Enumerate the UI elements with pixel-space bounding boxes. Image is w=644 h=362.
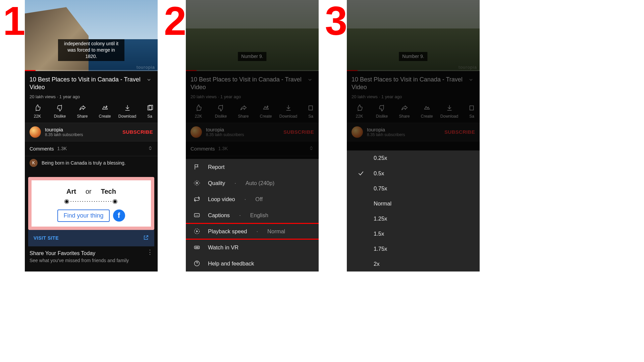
channel-watermark: touropia [459,65,477,70]
action-bar: 22K Dislike Share Create Download Sa [25,104,158,123]
closed-caption: Number 9. [399,52,427,61]
svg-rect-11 [470,106,473,110]
speed-option-1-5x[interactable]: 1.5x [347,226,480,241]
subscribe-button[interactable]: SUBSCRIBE [122,129,153,135]
loop-icon [194,196,200,202]
check-icon [357,170,365,177]
video-player[interactable]: independent colony until it was forced t… [25,0,158,71]
menu-label: Quality [208,180,225,186]
ad-secondary-headline: Share Your Favorites Today [30,250,144,256]
expand-description-button[interactable] [145,76,153,84]
player-options-sheet: Report Quality · Auto (240p) Loop video … [186,159,319,272]
speed-option-0-5x[interactable]: 0.5x [347,166,480,181]
thumbs-up-icon [34,104,41,112]
save-icon [146,104,154,112]
create-button[interactable]: Create [94,104,116,119]
commenter-avatar: K [30,159,38,167]
speed-label: 0.25x [374,155,387,161]
video-progress-bar [186,70,319,71]
channel-row[interactable]: touropia 8.35 lakh subscribers SUBSCRIBE [25,123,158,141]
comments-label: Comments [30,146,54,152]
speed-label: 1.75x [374,246,387,252]
create-icon [101,104,109,112]
closed-caption: independent colony until it was forced t… [58,39,124,61]
svg-rect-4 [195,214,200,217]
highlight-bottom-border [186,239,319,240]
menu-item-captions[interactable]: Captions · English [186,207,319,223]
save-button[interactable]: Sa [139,104,158,119]
step-number-2: 2 [161,0,186,39]
comments-header[interactable]: Comments 1.3K [25,141,158,156]
video-title: 10 Best Places to Visit in Canada - Trav… [191,76,303,92]
share-icon [79,104,86,112]
speed-option-normal[interactable]: Normal [347,196,480,211]
menu-item-report[interactable]: Report [186,159,319,175]
speed-label: Normal [374,200,391,207]
help-icon [194,260,200,267]
phone-screenshot-2: Number 9. 10 Best Places to Visit in Can… [186,0,319,272]
speed-label: 1.25x [374,216,387,222]
expand-description-button [306,76,314,84]
menu-item-playback-speed[interactable]: Playback speed · Normal [186,223,319,239]
menu-label: Captions [208,212,230,219]
like-button[interactable]: 22K [26,104,49,119]
sort-comments-icon[interactable] [148,145,153,152]
speed-option-0-75x[interactable]: 0.75x [347,181,480,196]
menu-value: Auto (240p) [246,180,274,186]
share-button[interactable]: Share [71,104,94,119]
gear-icon [194,180,200,186]
svg-point-9 [197,247,198,248]
menu-item-watch-in-vr[interactable]: Watch in VR [186,239,319,255]
highlight-top-border [186,223,319,224]
speed-option-0-25x[interactable]: 0.25x [347,150,480,166]
channel-avatar[interactable] [30,126,41,138]
phone-screenshot-1: independent colony until it was forced t… [25,0,158,272]
vr-icon [194,244,200,251]
playback-speed-icon [194,228,200,235]
speed-label: 0.75x [374,185,387,192]
svg-rect-2 [309,106,312,110]
dislike-label: Dislike [54,114,66,119]
menu-label: Help and feedback [208,260,254,267]
ad-card[interactable]: Art or Tech ◉··················◉ Find yo… [28,177,154,246]
channel-name[interactable]: touropia [45,127,122,132]
menu-item-help[interactable]: Help and feedback [186,255,319,272]
video-progress-bar[interactable] [25,70,158,71]
menu-label: Report [208,164,225,170]
speed-option-1-25x[interactable]: 1.25x [347,211,480,226]
save-label: Sa [147,114,152,119]
menu-value: Normal [267,228,285,235]
speed-label: 2x [374,261,379,267]
speed-option-2x[interactable]: 2x [347,256,480,272]
speed-label: 0.5x [374,170,384,177]
ad-description: See what you've missed from friends and … [25,256,158,263]
video-meta: 20 lakh views · 1 year ago [186,92,319,104]
chevron-down-icon [146,77,152,82]
svg-marker-6 [196,230,198,233]
comments-count: 1.3K [57,146,67,151]
ad-word-tech: Tech [101,188,116,195]
like-count: 22K [34,114,41,119]
menu-item-loop[interactable]: Loop video · Off [186,191,319,207]
svg-point-8 [196,247,197,248]
download-icon [124,104,131,112]
ad-more-menu[interactable]: ⋮ [147,250,153,256]
menu-label: Playback speed [208,228,247,235]
ad-word-art: Art [66,188,76,195]
create-label: Create [99,114,111,119]
captions-icon [194,212,200,219]
top-comment[interactable]: K Being born in Canada is truly a blessi… [25,156,158,173]
ad-visit-bar[interactable]: VISIT SITE [28,230,154,246]
step-number-3: 3 [322,0,347,39]
menu-label: Watch in VR [208,244,238,251]
share-label: Share [77,114,88,119]
video-title[interactable]: 10 Best Places to Visit in Canada - Trav… [30,76,142,92]
ad-cta-button[interactable]: Find your thing [57,209,109,222]
menu-value: Off [255,196,263,202]
menu-item-quality[interactable]: Quality · Auto (240p) [186,175,319,191]
ad-dots-graphic: ◉··················◉ [64,197,118,205]
speed-option-1-75x[interactable]: 1.75x [347,241,480,256]
visit-site-label: VISIT SITE [34,235,59,241]
dislike-button[interactable]: Dislike [49,104,71,119]
download-button[interactable]: Download [116,104,139,119]
